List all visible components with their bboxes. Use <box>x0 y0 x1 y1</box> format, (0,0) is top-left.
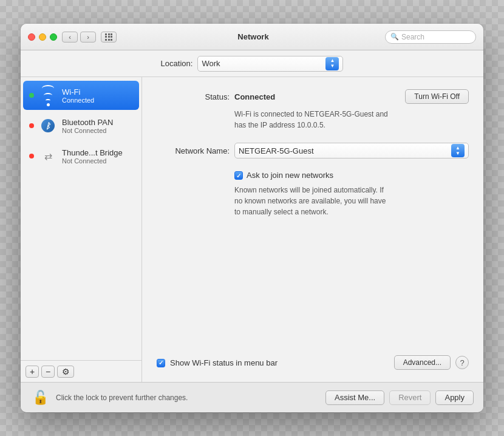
ask-join-checkbox[interactable]: ✓ <box>234 171 243 180</box>
show-wifi-check-icon: ✓ <box>158 359 163 366</box>
checkbox-check-icon: ✓ <box>236 172 241 179</box>
grid-icon <box>105 33 112 41</box>
stepper-down-icon: ▼ <box>330 64 335 69</box>
thunderbolt-arrows-icon: ⇄ <box>44 151 52 162</box>
location-label: Location: <box>161 59 193 68</box>
network-stepper-up-icon: ▲ <box>455 146 460 151</box>
thunderbolt-info: Thunde...t Bridge Not Connected <box>62 148 133 165</box>
grid-button[interactable] <box>101 32 117 43</box>
location-stepper[interactable]: ▲ ▼ <box>325 57 339 70</box>
wifi-info: Wi-Fi Connected <box>62 87 133 104</box>
search-placeholder: Search <box>401 33 424 41</box>
network-name-label: Network Name: <box>157 146 230 155</box>
bluetooth-status: Not Connected <box>62 127 133 134</box>
location-bar: Location: Work ▲ ▼ <box>21 50 483 77</box>
network-name-select-value: NETGEAR-5G-Guest <box>239 146 451 155</box>
network-name-select[interactable]: NETGEAR-5G-Guest ▲ ▼ <box>234 143 469 158</box>
network-name-stepper[interactable]: ▲ ▼ <box>451 144 465 157</box>
status-row: Status: Connected Turn Wi-Fi Off <box>157 89 469 104</box>
network-item-thunderbolt[interactable]: ⇄ Thunde...t Bridge Not Connected <box>23 141 139 171</box>
sidebar-footer: + − ⚙ <box>21 360 141 382</box>
checkbox-label: Ask to join new networks <box>247 171 333 180</box>
network-item-bluetooth[interactable]: ᛒ Bluetooth PAN Not Connected <box>23 111 139 140</box>
advanced-button[interactable]: Advanced... <box>394 355 451 370</box>
network-list: Wi-Fi Connected ᛒ Bluetooth PAN Not Conn… <box>21 77 141 360</box>
show-wifi-checkbox[interactable]: ✓ <box>157 359 165 367</box>
search-icon: 🔍 <box>390 33 399 41</box>
bluetooth-icon: ᛒ <box>39 117 57 135</box>
network-name-row: Network Name: NETGEAR-5G-Guest ▲ ▼ <box>157 143 469 158</box>
maximize-button[interactable] <box>50 33 57 41</box>
network-window: ‹ › Network 🔍 Search Location: Work ▲ ▼ <box>21 24 483 412</box>
revert-button[interactable]: Revert <box>389 390 431 405</box>
network-stepper-down-icon: ▼ <box>455 151 460 156</box>
window-title: Network <box>121 32 385 41</box>
thunderbolt-status-dot <box>29 154 34 158</box>
thunderbolt-name: Thunde...t Bridge <box>62 148 133 157</box>
bluetooth-name: Bluetooth PAN <box>62 118 133 127</box>
detail-spacer <box>157 230 469 355</box>
status-description: Wi-Fi is connected to NETGEAR-5G-Guest a… <box>234 109 469 131</box>
checkbox-row: ✓ Ask to join new networks <box>234 171 469 180</box>
wifi-icon <box>39 86 57 104</box>
help-button[interactable]: ? <box>455 356 469 369</box>
search-box[interactable]: 🔍 Search <box>385 30 476 44</box>
network-item-wifi[interactable]: Wi-Fi Connected <box>23 81 139 110</box>
minimize-button[interactable] <box>39 33 46 41</box>
bottom-buttons: Assist Me... Revert Apply <box>325 390 474 405</box>
status-value: Connected <box>234 92 405 101</box>
nav-buttons: ‹ › <box>62 32 96 43</box>
bottom-bar: 🔓 Click the lock to prevent further chan… <box>21 382 483 412</box>
sidebar: Wi-Fi Connected ᛒ Bluetooth PAN Not Conn… <box>21 77 142 382</box>
add-network-button[interactable]: + <box>26 366 39 378</box>
detail-footer: ✓ Show Wi-Fi status in menu bar Advanced… <box>157 355 469 370</box>
remove-network-button[interactable]: − <box>41 366 55 378</box>
turn-wifi-off-button[interactable]: Turn Wi-Fi Off <box>405 89 469 104</box>
location-value: Work <box>202 59 325 68</box>
show-wifi-row: ✓ Show Wi-Fi status in menu bar <box>157 358 389 367</box>
bluetooth-symbol: ᛒ <box>41 119 55 132</box>
status-label: Status: <box>157 92 230 101</box>
wifi-name: Wi-Fi <box>62 87 133 97</box>
assist-me-button[interactable]: Assist Me... <box>325 390 384 405</box>
show-wifi-label: Show Wi-Fi status in menu bar <box>170 358 278 367</box>
lock-text: Click the lock to prevent further change… <box>56 393 319 402</box>
bluetooth-info: Bluetooth PAN Not Connected <box>62 118 133 134</box>
stepper-up-icon: ▲ <box>330 58 335 63</box>
main-content: Wi-Fi Connected ᛒ Bluetooth PAN Not Conn… <box>21 77 483 382</box>
apply-button[interactable]: Apply <box>435 390 474 405</box>
titlebar: ‹ › Network 🔍 Search <box>21 24 483 50</box>
wifi-status-dot <box>29 93 34 98</box>
network-settings-button[interactable]: ⚙ <box>57 366 74 378</box>
location-select[interactable]: Work ▲ ▼ <box>197 56 343 72</box>
thunderbolt-icon: ⇄ <box>39 147 57 165</box>
wifi-status: Connected <box>62 97 133 104</box>
close-button[interactable] <box>28 33 35 41</box>
detail-panel: Status: Connected Turn Wi-Fi Off Wi-Fi i… <box>142 77 483 382</box>
bluetooth-status-dot <box>29 123 34 128</box>
back-button[interactable]: ‹ <box>62 32 78 43</box>
lock-icon[interactable]: 🔓 <box>30 388 50 407</box>
checkbox-description: Known networks will be joined automatica… <box>234 185 469 217</box>
thunderbolt-status: Not Connected <box>62 157 133 165</box>
forward-button[interactable]: › <box>80 32 96 43</box>
traffic-lights <box>28 33 57 41</box>
